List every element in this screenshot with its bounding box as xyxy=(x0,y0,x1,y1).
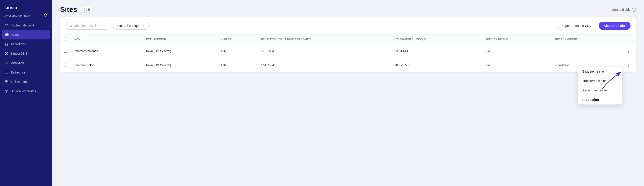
context-menu: Étiqueter le site Transférer le site Ren… xyxy=(578,66,622,105)
sites-table-card: Toutes les étiqu... Exporter tout en CSV… xyxy=(60,17,636,72)
row-1-visites: 126 xyxy=(217,44,258,58)
col-header-php[interactable]: VERSION DE PHP xyxy=(482,34,551,44)
row-1-bande-passante: 176.16 kB xyxy=(258,44,391,58)
row-2-more: ⋮ xyxy=(621,58,636,72)
row-2-visites: 126 xyxy=(217,58,258,72)
nav-label-migrations: Migrations xyxy=(11,42,26,46)
bell-button[interactable] xyxy=(44,13,48,18)
table-header-row: NOM ↑ EMPLACEMENT VISITES UTILISATION DE… xyxy=(60,34,636,44)
chevron-down-icon xyxy=(143,24,146,27)
sidebar-nav: Tableau de bord Sites Migrations xyxy=(0,19,52,186)
help-circle-icon: ? xyxy=(632,8,636,12)
globe-icon xyxy=(5,33,9,37)
row-2-php: 7.4 xyxy=(482,58,551,72)
nav-label-kinsta-dns: Kinsta DNS xyxy=(11,52,27,55)
sidebar-logo: kinsta xyxy=(0,0,52,13)
row-1-php: 7.4 xyxy=(482,44,551,58)
sidebar-item-kinsta-dns[interactable]: Kinsta DNS xyxy=(0,49,52,58)
home-icon xyxy=(4,23,8,27)
sidebar-item-migrations[interactable]: Migrations xyxy=(0,40,52,49)
col-header-disque[interactable]: UTILISATION DU DISQUE xyxy=(391,34,482,44)
add-site-button[interactable]: Ajouter un site xyxy=(599,22,630,30)
eye-icon xyxy=(4,89,8,93)
nav-label-sites: Sites xyxy=(12,33,18,36)
search-input[interactable] xyxy=(74,24,106,28)
nav-label-analytics: Analytics xyxy=(11,61,24,65)
svg-rect-3 xyxy=(5,71,8,74)
main-content: Sites 2 / 5 Centre d'aide ? Toutes les é… xyxy=(52,0,644,186)
col-header-actions xyxy=(621,34,636,44)
export-csv-button[interactable]: Exporter tout en CSV xyxy=(557,22,596,30)
row-1-emplacement: Iowa (US Central) xyxy=(142,44,217,58)
row-2-checkbox-cell xyxy=(60,58,71,72)
row-1-disque: 53.81 MB xyxy=(391,44,482,58)
help-label: Centre d'aide xyxy=(612,8,630,12)
nav-label-journal-activites: Journal d'activités xyxy=(11,90,36,93)
row-2-more-button[interactable]: ⋮ xyxy=(625,62,632,68)
row-1-more-button[interactable]: ⋮ xyxy=(625,48,632,54)
col-header-emplacement[interactable]: EMPLACEMENT xyxy=(142,34,217,44)
row-1-nom: rainforestalliance xyxy=(71,44,142,58)
select-all-checkbox[interactable] xyxy=(64,37,67,41)
sidebar-item-journal-activites[interactable]: Journal d'activités xyxy=(0,86,52,96)
help-link[interactable]: Centre d'aide ? xyxy=(612,8,636,12)
col-header-checkbox xyxy=(60,34,71,44)
sidebar: kinsta Awesome Company Tableau de bord xyxy=(0,0,52,186)
context-menu-transferer[interactable]: Transférer le site xyxy=(578,76,622,86)
sidebar-item-sites[interactable]: Sites xyxy=(2,30,50,40)
row-1-checkbox-cell xyxy=(60,44,71,58)
users-icon xyxy=(4,80,8,84)
col-header-nom[interactable]: NOM ↑ xyxy=(71,34,142,44)
svg-point-5 xyxy=(6,91,7,92)
trending-up-icon xyxy=(4,61,8,65)
filter-dropdown[interactable]: Toutes les étiqu... xyxy=(113,22,150,30)
col-header-visites[interactable]: VISITES xyxy=(217,34,258,44)
context-menu-renommer[interactable]: Renommer le site xyxy=(578,86,622,95)
company-name: Awesome Company xyxy=(4,14,30,17)
sidebar-item-analytics[interactable]: Analytics xyxy=(0,58,52,68)
row-1-checkbox[interactable] xyxy=(64,49,67,53)
page-header: Sites 2 / 5 Centre d'aide ? xyxy=(52,0,644,17)
row-2-nom: rainforest blog xyxy=(71,58,142,72)
sidebar-item-tableau-de-bord[interactable]: Tableau de bord xyxy=(0,20,52,30)
table-row: rainforest blog Iowa (US Central) 126 16… xyxy=(60,58,636,72)
sites-table: NOM ↑ EMPLACEMENT VISITES UTILISATION DE… xyxy=(60,34,636,72)
row-2-bande-passante: 161.74 kB xyxy=(258,58,391,72)
table-toolbar: Toutes les étiqu... Exporter tout en CSV… xyxy=(60,17,636,34)
sites-count-badge: 2 / 5 xyxy=(81,7,92,12)
svg-line-7 xyxy=(71,26,72,27)
migrations-icon xyxy=(4,42,8,46)
page-title: Sites xyxy=(60,6,77,14)
dns-icon xyxy=(4,52,8,56)
col-header-bande-passante[interactable]: UTILISATION DE LA BANDE PASSANTE xyxy=(258,34,391,44)
svg-text:kinsta: kinsta xyxy=(4,5,17,10)
context-menu-production[interactable]: Production xyxy=(578,95,622,104)
filter-label: Toutes les étiqu... xyxy=(117,24,141,28)
notification-dot xyxy=(46,12,48,14)
context-menu-etiqueter[interactable]: Étiqueter le site xyxy=(578,67,622,76)
table-row: rainforestalliance Iowa (US Central) 126… xyxy=(60,44,636,58)
sidebar-item-utilisateurs[interactable]: Utilisateurs xyxy=(0,77,52,86)
row-2-checkbox[interactable] xyxy=(64,63,67,67)
nav-label-tableau-de-bord: Tableau de bord xyxy=(11,24,34,27)
search-icon xyxy=(69,24,72,27)
nav-label-entreprise: Entreprise xyxy=(11,70,26,74)
row-1-env xyxy=(551,44,621,58)
row-1-more: ⋮ xyxy=(621,44,636,58)
sidebar-item-entreprise[interactable]: Entreprise xyxy=(0,68,52,77)
nav-label-utilisateurs: Utilisateurs xyxy=(11,80,27,84)
search-box[interactable] xyxy=(66,22,110,30)
building-icon xyxy=(4,70,8,74)
row-2-emplacement: Iowa (US Central) xyxy=(142,58,217,72)
row-2-disque: 204.71 MB xyxy=(391,58,482,72)
svg-point-4 xyxy=(6,80,6,82)
col-header-env[interactable]: ENVIRONNEMENT xyxy=(551,34,621,44)
